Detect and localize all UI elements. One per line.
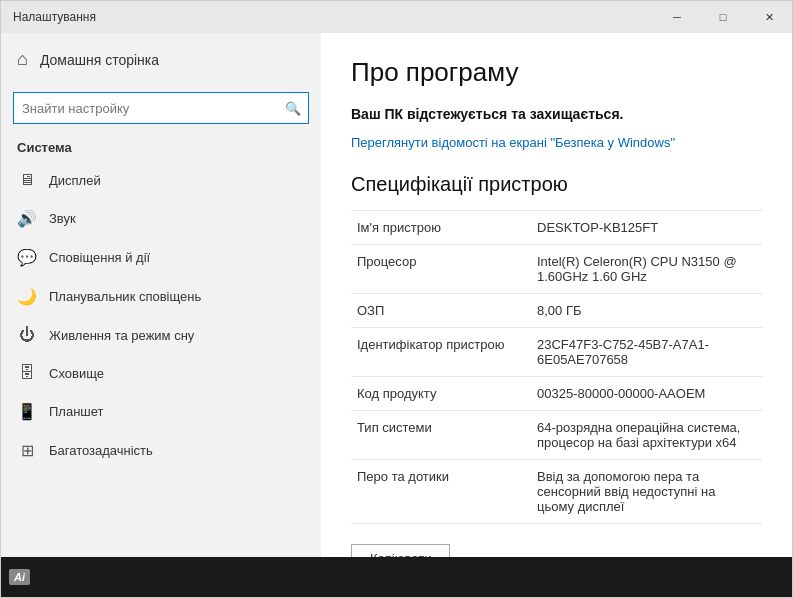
sidebar-item-label: Звук [49, 211, 76, 226]
main-content: Про програму Ваш ПК відстежується та зах… [321, 33, 792, 557]
spec-value: 23CF47F3-C752-45B7-A7A1-6E05AE707658 [531, 327, 762, 376]
power-icon: ⏻ [17, 326, 37, 344]
spec-value: 64-розрядна операційна система, процесор… [531, 410, 762, 459]
sidebar-section-system: Система [1, 134, 321, 161]
spec-label: Ім'я пристрою [351, 210, 531, 244]
window-controls: ─ □ ✕ [654, 1, 792, 33]
specs-table: Ім'я пристрою DESKTOP-KB125FT Процесор I… [351, 210, 762, 524]
table-row: Ім'я пристрою DESKTOP-KB125FT [351, 210, 762, 244]
minimize-button[interactable]: ─ [654, 1, 700, 33]
spec-label: Тип системи [351, 410, 531, 459]
spec-value: 8,00 ГБ [531, 293, 762, 327]
sidebar: ⌂ Домашня сторінка 🔍 Система 🖥 Дисплей 🔊… [1, 33, 321, 557]
spec-label: Перо та дотики [351, 459, 531, 523]
sidebar-item-notifications[interactable]: 💬 Сповіщення й дії [1, 238, 321, 277]
sound-icon: 🔊 [17, 209, 37, 228]
ai-badge: Ai [9, 569, 30, 585]
titlebar: Налаштування ─ □ ✕ [1, 1, 792, 33]
specs-title: Специфікації пристрою [351, 173, 762, 196]
sidebar-item-label: Живлення та режим сну [49, 328, 194, 343]
spec-value: Intel(R) Celeron(R) CPU N3150 @ 1.60GHz … [531, 244, 762, 293]
multitask-icon: ⊞ [17, 441, 37, 460]
table-row: Ідентифікатор пристрою 23CF47F3-C752-45B… [351, 327, 762, 376]
search-input[interactable] [13, 92, 309, 124]
storage-icon: 🗄 [17, 364, 37, 382]
sidebar-home-label: Домашня сторінка [40, 52, 159, 68]
home-icon: ⌂ [17, 49, 28, 70]
close-button[interactable]: ✕ [746, 1, 792, 33]
sidebar-item-label: Планувальник сповіщень [49, 289, 201, 304]
sidebar-item-label: Сповіщення й дії [49, 250, 150, 265]
page-title: Про програму [351, 57, 762, 88]
sidebar-item-label: Багатозадачність [49, 443, 153, 458]
sidebar-item-tablet[interactable]: 📱 Планшет [1, 392, 321, 431]
sidebar-item-label: Дисплей [49, 173, 101, 188]
spec-label: ОЗП [351, 293, 531, 327]
sidebar-item-focus[interactable]: 🌙 Планувальник сповіщень [1, 277, 321, 316]
tablet-icon: 📱 [17, 402, 37, 421]
window-title: Налаштування [13, 10, 96, 24]
spec-label: Процесор [351, 244, 531, 293]
status-text: Ваш ПК відстежується та захищається. [351, 104, 762, 125]
copy-button[interactable]: Копіювати [351, 544, 450, 558]
spec-value: 00325-80000-00000-AAOEM [531, 376, 762, 410]
security-link[interactable]: Переглянути відомості на екрані "Безпека… [351, 133, 762, 153]
display-icon: 🖥 [17, 171, 37, 189]
settings-window: Налаштування ─ □ ✕ ⌂ Домашня сторінка 🔍 … [0, 0, 793, 598]
sidebar-item-display[interactable]: 🖥 Дисплей [1, 161, 321, 199]
notifications-icon: 💬 [17, 248, 37, 267]
spec-value: DESKTOP-KB125FT [531, 210, 762, 244]
content-area: ⌂ Домашня сторінка 🔍 Система 🖥 Дисплей 🔊… [1, 33, 792, 557]
sidebar-item-label: Сховище [49, 366, 104, 381]
search-icon: 🔍 [285, 101, 301, 116]
table-row: Тип системи 64-розрядна операційна систе… [351, 410, 762, 459]
table-row: Перо та дотики Ввід за допомогою пера та… [351, 459, 762, 523]
focus-icon: 🌙 [17, 287, 37, 306]
table-row: Процесор Intel(R) Celeron(R) CPU N3150 @… [351, 244, 762, 293]
spec-label: Ідентифікатор пристрою [351, 327, 531, 376]
sidebar-item-storage[interactable]: 🗄 Сховище [1, 354, 321, 392]
sidebar-item-multitask[interactable]: ⊞ Багатозадачність [1, 431, 321, 470]
taskbar: Ai [1, 557, 792, 597]
maximize-button[interactable]: □ [700, 1, 746, 33]
table-row: ОЗП 8,00 ГБ [351, 293, 762, 327]
sidebar-item-label: Планшет [49, 404, 104, 419]
sidebar-item-power[interactable]: ⏻ Живлення та режим сну [1, 316, 321, 354]
sidebar-item-sound[interactable]: 🔊 Звук [1, 199, 321, 238]
spec-value: Ввід за допомогою пера та сенсорний ввід… [531, 459, 762, 523]
spec-label: Код продукту [351, 376, 531, 410]
search-box: 🔍 [13, 92, 309, 124]
sidebar-item-home[interactable]: ⌂ Домашня сторінка [1, 33, 321, 86]
table-row: Код продукту 00325-80000-00000-AAOEM [351, 376, 762, 410]
